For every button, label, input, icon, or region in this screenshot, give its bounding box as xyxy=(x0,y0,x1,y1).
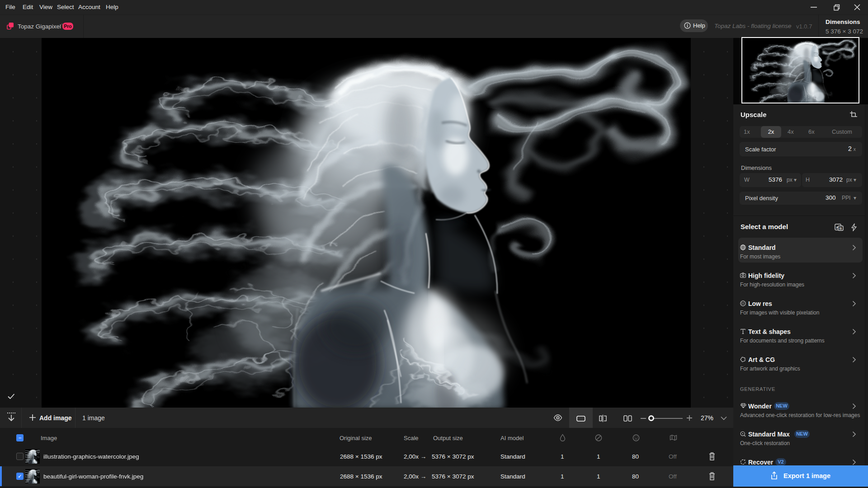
svg-text:B: B xyxy=(840,226,842,230)
svg-text:A: A xyxy=(836,225,839,230)
